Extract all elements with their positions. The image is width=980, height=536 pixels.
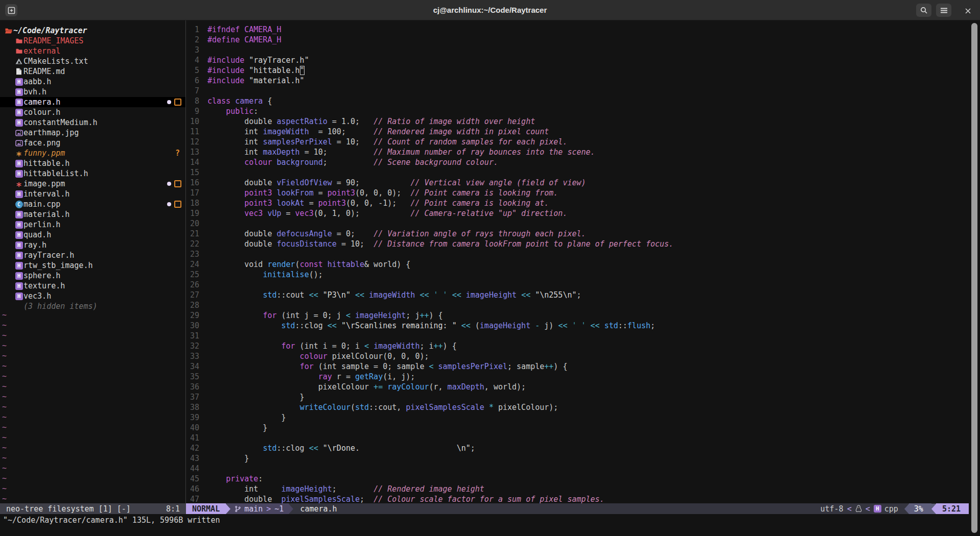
code-line-36[interactable]: 36 pixelColour += rayColour(r, maxDepth,… [186, 382, 526, 393]
code-line-31[interactable]: 31 [186, 331, 207, 342]
line-number: 34 [186, 362, 199, 371]
empty-line-tilde: ~ [2, 474, 7, 483]
code-line-7[interactable]: 7 [186, 86, 207, 96]
code-line-42[interactable]: 42 std::clog << "\rDone. \n"; [186, 444, 475, 454]
code-line-12[interactable]: 12 int samplesPerPixel = 10; // Count of… [186, 137, 567, 148]
tree-item-image.ppm[interactable]: *image.ppm [0, 179, 185, 189]
tree-item-quad.h[interactable]: Hquad.h [0, 230, 185, 240]
tree-item-cmakelists.txt[interactable]: CMakeLists.txt [0, 56, 185, 66]
code-line-11[interactable]: 11 int imageWidth = 100; // Rendered ima… [186, 127, 549, 137]
code-line-26[interactable]: 26 [186, 280, 207, 290]
tree-item-label: hittable.h [24, 159, 69, 168]
tree-item-coderaytracer[interactable]: ~/Code/Raytracer [0, 26, 185, 36]
tree-item-aabb.h[interactable]: Haabb.h [0, 77, 185, 87]
neo-tree-panel[interactable]: ~/Code/RaytracerREADME_IMAGESexternalCMa… [0, 20, 185, 503]
code-line-40[interactable]: 40 } [186, 423, 267, 433]
code-line-20[interactable]: 20 [186, 219, 207, 229]
tree-item-main.cpp[interactable]: Cmain.cpp [0, 199, 185, 209]
code-line-41[interactable]: 41 [186, 433, 207, 444]
tree-item-3hiddenitems[interactable]: (3 hidden items) [0, 301, 185, 311]
code-line-1[interactable]: 1#ifndef CAMERA_H [186, 25, 282, 35]
tree-item-material.h[interactable]: Hmaterial.h [0, 209, 185, 220]
code-line-34[interactable]: 34 for (int sample = 0; sample < samples… [186, 362, 567, 372]
code-line-25[interactable]: 25 initialise(); [186, 270, 323, 280]
code-line-47[interactable]: 47 double pixelSamplesScale; // Colour s… [186, 495, 604, 503]
code-line-46[interactable]: 46 int imageHeight; // Rendered image he… [186, 484, 484, 495]
tree-item-constantmedium.h[interactable]: HconstantMedium.h [0, 117, 185, 128]
tree-item-readme_images[interactable]: README_IMAGES [0, 36, 185, 46]
tree-item-camera.h[interactable]: Hcamera.h [0, 97, 185, 107]
line-number: 5 [186, 66, 199, 75]
tree-item-face.png[interactable]: face.png [0, 138, 185, 148]
code-text: int imageHeight; // Rendered image heigh… [207, 484, 484, 494]
code-line-18[interactable]: 18 point3 lookAt = point3(0, 0, -1); // … [186, 199, 549, 209]
empty-line-tilde: ~ [2, 443, 7, 452]
code-line-22[interactable]: 22 double focusDistance = 10; // Distanc… [186, 239, 673, 250]
code-line-10[interactable]: 10 double aspectRatio = 1.0; // Ratio of… [186, 117, 535, 127]
tree-item-label: funny.ppm [24, 149, 65, 158]
code-text: #define CAMERA_H [207, 35, 282, 44]
tree-item-raytracer.h[interactable]: HrayTracer.h [0, 250, 185, 260]
tree-item-label: rayTracer.h [24, 251, 74, 260]
tree-item-perlin.h[interactable]: Hperlin.h [0, 220, 185, 230]
code-line-28[interactable]: 28 [186, 301, 207, 311]
code-line-37[interactable]: 37 } [186, 393, 305, 403]
code-line-44[interactable]: 44 [186, 464, 207, 474]
code-line-35[interactable]: 35 ray r = getRay(i, j); [186, 372, 415, 382]
tree-item-vec3.h[interactable]: Hvec3.h [0, 291, 185, 301]
code-line-43[interactable]: 43 } [186, 454, 249, 464]
code-line-16[interactable]: 16 double vFieldOfView = 90; // Vertical… [186, 178, 586, 188]
code-line-9[interactable]: 9 public: [186, 107, 258, 117]
code-line-39[interactable]: 39 } [186, 413, 286, 423]
code-line-23[interactable]: 23 [186, 250, 207, 260]
code-line-14[interactable]: 14 colour background; // Scene backgroun… [186, 158, 498, 168]
close-button[interactable] [962, 5, 974, 17]
code-line-2[interactable]: 2#define CAMERA_H [186, 35, 282, 45]
segment-separator: < [844, 504, 855, 514]
menu-button[interactable] [936, 4, 951, 17]
scroll-percentage: 3% [909, 503, 931, 514]
line-number: 17 [186, 188, 199, 198]
line-number: 11 [186, 127, 199, 136]
tree-item-colour.h[interactable]: Hcolour.h [0, 107, 185, 117]
editor-buffer[interactable]: 1#ifndef CAMERA_H2#define CAMERA_H34#inc… [186, 20, 968, 503]
tree-item-label: texture.h [24, 281, 65, 290]
tree-item-label: vec3.h [24, 291, 51, 301]
code-line-29[interactable]: 29 for (int j = 0; j < imageHeight; j++)… [186, 311, 443, 321]
code-line-3[interactable]: 3 [186, 45, 207, 56]
code-line-21[interactable]: 21 double defocusAngle = 0; // Variation… [186, 229, 586, 239]
tree-item-hittablelist.h[interactable]: HhittableList.h [0, 168, 185, 179]
code-line-19[interactable]: 19 vec3 vUp = vec3(0, 1, 0); // Camera-r… [186, 209, 567, 219]
tree-item-sphere.h[interactable]: Hsphere.h [0, 271, 185, 281]
tree-item-funny.ppm[interactable]: *funny.ppm? [0, 148, 185, 158]
code-line-45[interactable]: 45 private: [186, 474, 263, 484]
code-line-33[interactable]: 33 colour pixelColour(0, 0, 0); [186, 352, 429, 362]
tree-item-bvh.h[interactable]: Hbvh.h [0, 87, 185, 97]
tree-item-readme.md[interactable]: README.md [0, 66, 185, 77]
code-text: double focusDistance = 10; // Distance f… [207, 239, 673, 249]
code-line-13[interactable]: 13 int maxDepth = 10; // Maximum number … [186, 148, 595, 158]
code-line-32[interactable]: 32 for (int i = 0; i < imageWidth; i++) … [186, 342, 457, 352]
tree-item-texture.h[interactable]: Htexture.h [0, 281, 185, 291]
code-line-5[interactable]: 5#include "hittable.h" [186, 66, 305, 76]
code-line-4[interactable]: 4#include "rayTracer.h" [186, 56, 309, 66]
code-line-6[interactable]: 6#include "material.h" [186, 76, 305, 86]
tree-item-external[interactable]: external [0, 46, 185, 56]
code-line-17[interactable]: 17 point3 lookFrom = point3(0, 0, 0); //… [186, 188, 558, 199]
code-line-15[interactable]: 15 [186, 168, 207, 178]
tree-item-rtw_stb_image.h[interactable]: Hrtw_stb_image.h [0, 260, 185, 271]
tree-item-ray.h[interactable]: Hray.h [0, 240, 185, 250]
code-line-24[interactable]: 24 void render(const hittable& world) { [186, 260, 410, 270]
code-line-30[interactable]: 30 std::clog << "\rScanlines remaining: … [186, 321, 655, 331]
empty-line-tilde: ~ [2, 412, 7, 422]
tree-item-hittable.h[interactable]: Hhittable.h [0, 158, 185, 168]
tree-item-interval.h[interactable]: Hinterval.h [0, 189, 185, 199]
code-line-38[interactable]: 38 writeColour(std::cout, pixelSamplesSc… [186, 403, 558, 413]
line-number: 39 [186, 413, 199, 422]
code-line-27[interactable]: 27 std::cout << "P3\n" << imageWidth << … [186, 290, 581, 301]
code-line-8[interactable]: 8class camera { [186, 96, 272, 107]
search-button[interactable] [916, 4, 931, 17]
code-text: colour pixelColour(0, 0, 0); [207, 352, 429, 361]
tree-item-earthmap.jpg[interactable]: earthmap.jpg [0, 128, 185, 138]
scrollbar[interactable] [971, 23, 977, 533]
